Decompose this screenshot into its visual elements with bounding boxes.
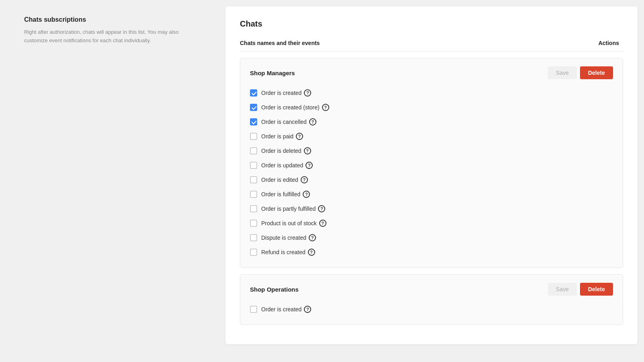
help-icon[interactable]: ? (319, 220, 326, 227)
help-icon[interactable]: ? (308, 249, 315, 256)
checkbox-shop-managers-7[interactable] (250, 191, 257, 198)
checkbox-shop-managers-10[interactable] (250, 234, 257, 241)
checkbox-label: Order is fulfilled ? (261, 191, 310, 198)
help-icon[interactable]: ? (322, 104, 329, 111)
checkbox-label: Order is created (store) ? (261, 104, 329, 111)
checkbox-row: Order is paid ? (250, 129, 613, 144)
checkbox-label: Order is paid ? (261, 133, 303, 140)
help-icon[interactable]: ? (318, 205, 325, 212)
checkbox-label: Order is partly fulfilled ? (261, 205, 325, 212)
save-button-shop-managers[interactable]: Save (548, 66, 577, 79)
checkbox-row: Order is created ? (250, 86, 613, 100)
save-button-shop-operations[interactable]: Save (548, 283, 577, 296)
checkbox-shop-managers-8[interactable] (250, 205, 257, 212)
checkbox-label: Product is out of stock ? (261, 220, 326, 227)
section-header-shop-managers: Shop ManagersSaveDelete (250, 66, 613, 79)
section-title-shop-managers: Shop Managers (250, 70, 295, 76)
page-title: Chats (240, 19, 623, 29)
checkbox-label: Dispute is created ? (261, 234, 316, 241)
main-card: Chats Chats names and their events Actio… (225, 6, 638, 344)
section-actions-shop-managers: SaveDelete (548, 66, 613, 79)
section-shop-operations: Shop OperationsSaveDeleteOrder is create… (240, 274, 623, 325)
checkbox-row: Order is cancelled ? (250, 115, 613, 129)
section-title-shop-operations: Shop Operations (250, 286, 299, 293)
checkbox-shop-managers-1[interactable] (250, 104, 257, 111)
checkbox-shop-managers-2[interactable] (250, 118, 257, 125)
help-icon[interactable]: ? (305, 162, 313, 169)
checkbox-row: Order is fulfilled ? (250, 187, 613, 202)
checkbox-shop-managers-5[interactable] (250, 162, 257, 169)
delete-button-shop-operations[interactable]: Delete (580, 283, 613, 296)
checkbox-row: Order is updated ? (250, 158, 613, 173)
help-icon[interactable]: ? (304, 147, 311, 154)
checkbox-shop-managers-0[interactable] (250, 89, 257, 97)
sidebar-title: Chats subscriptions (24, 16, 201, 23)
help-icon[interactable]: ? (301, 176, 308, 183)
checkbox-label: Order is edited ? (261, 176, 308, 183)
table-header: Chats names and their events Actions (240, 40, 623, 51)
checkbox-label: Order is cancelled ? (261, 118, 316, 125)
checkbox-row: Refund is created ? (250, 245, 613, 259)
help-icon[interactable]: ? (303, 191, 310, 198)
checkbox-label: Order is updated ? (261, 162, 313, 169)
section-header-shop-operations: Shop OperationsSaveDelete (250, 283, 613, 296)
column-actions-label: Actions (599, 40, 619, 46)
checkbox-label: Refund is created ? (261, 249, 315, 256)
checkbox-shop-managers-11[interactable] (250, 249, 257, 256)
help-icon[interactable]: ? (296, 133, 303, 140)
right-panel: Chats Chats names and their events Actio… (225, 0, 644, 362)
checkbox-shop-managers-9[interactable] (250, 220, 257, 227)
checkbox-label: Order is created ? (261, 306, 311, 313)
help-icon[interactable]: ? (304, 89, 311, 97)
checkbox-shop-managers-4[interactable] (250, 147, 257, 154)
checkbox-row: Product is out of stock ? (250, 216, 613, 230)
checkbox-label: Order is created ? (261, 89, 311, 97)
section-actions-shop-operations: SaveDelete (548, 283, 613, 296)
checkbox-shop-operations-0[interactable] (250, 306, 257, 313)
section-shop-managers: Shop ManagersSaveDeleteOrder is created … (240, 58, 623, 268)
delete-button-shop-managers[interactable]: Delete (580, 66, 613, 79)
checkbox-row: Order is partly fulfilled ? (250, 202, 613, 216)
checkbox-row: Dispute is created ? (250, 230, 613, 245)
help-icon[interactable]: ? (309, 118, 316, 125)
checkbox-label: Order is deleted ? (261, 147, 311, 154)
help-icon[interactable]: ? (309, 234, 316, 241)
checkbox-row: Order is edited ? (250, 173, 613, 187)
sections-container: Shop ManagersSaveDeleteOrder is created … (240, 58, 623, 325)
checkbox-shop-managers-3[interactable] (250, 133, 257, 140)
help-icon[interactable]: ? (304, 306, 311, 313)
checkbox-row: Order is deleted ? (250, 144, 613, 158)
column-names-label: Chats names and their events (240, 40, 320, 46)
checkbox-shop-managers-6[interactable] (250, 176, 257, 183)
checkbox-row: Order is created (store) ? (250, 100, 613, 115)
left-panel: Chats subscriptions Right after authoriz… (0, 0, 225, 362)
sidebar-description: Right after authorization, chats will ap… (24, 28, 201, 45)
checkbox-row: Order is created ? (250, 302, 613, 317)
